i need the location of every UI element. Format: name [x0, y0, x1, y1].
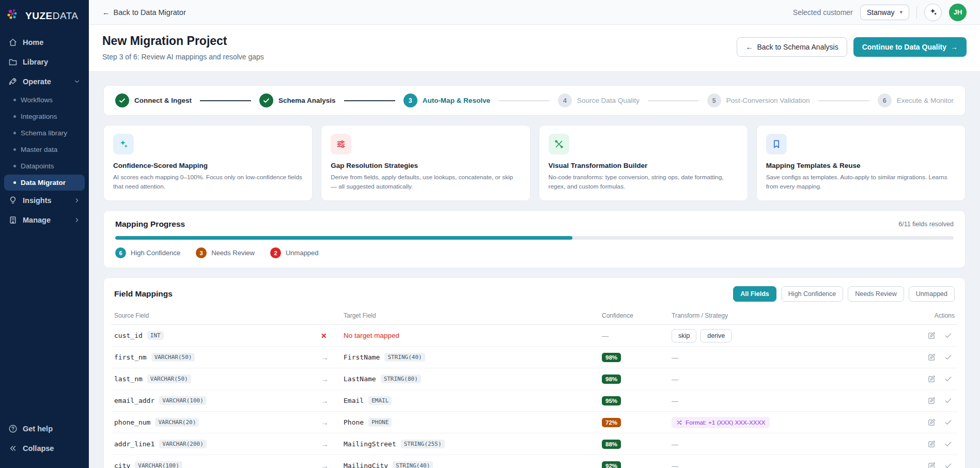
target-field-cell: MailingCitySTRING(40) [344, 461, 602, 468]
confidence-cell: 98% [602, 352, 672, 362]
sidebar-item-operate[interactable]: Operate [4, 72, 85, 91]
target-field-name: FirstName [344, 353, 380, 361]
sidebar-item-master-data[interactable]: Master data [4, 142, 85, 158]
collapse-icon [8, 444, 18, 453]
edit-icon[interactable] [927, 440, 936, 448]
step-connector [648, 100, 699, 101]
selected-customer-label: Selected customer [793, 8, 853, 17]
target-field-name: MailingStreet [344, 440, 396, 448]
check-icon[interactable] [944, 331, 953, 340]
no-target-mapped-text: No target mapped [344, 332, 399, 339]
sidebar-item-manage[interactable]: Manage [4, 211, 85, 229]
sidebar-item-label: Collapse [23, 444, 54, 453]
step-connector [344, 100, 395, 101]
edit-icon[interactable] [927, 353, 936, 362]
arrow-right-icon: → [321, 375, 329, 383]
table-row-phone-num: phone_numVARCHAR(20)→PhonePHONE72%Format… [111, 412, 958, 433]
edit-icon[interactable] [927, 396, 936, 405]
mapping-indicator-cell: → [321, 440, 344, 449]
sidebar-item-data-migrator[interactable]: Data Migrator [4, 175, 85, 191]
edit-icon[interactable] [927, 375, 936, 383]
transform-cell: — [672, 461, 917, 468]
check-icon[interactable] [944, 396, 953, 405]
step-label: Post-Conversion Validation [726, 97, 810, 104]
actions-cell [917, 418, 955, 427]
confidence-cell: 88% [602, 439, 672, 449]
edit-icon[interactable] [927, 331, 936, 340]
sidebar-item-label: Master data [21, 146, 57, 153]
target-field-cell: EmailEMAIL [344, 396, 602, 405]
step-execute-monitor[interactable]: 6Execute & Monitor [878, 93, 954, 107]
mapping-indicator-cell: → [321, 418, 344, 427]
step-auto-map-resolve[interactable]: 3Auto-Map & Resolve [403, 93, 490, 107]
confidence-badge: 92% [602, 461, 621, 468]
step-schema-analysis[interactable]: Schema Analysis [259, 93, 336, 107]
sidebar-item-datapoints[interactable]: Datapoints [4, 158, 85, 174]
step-connect-ingest[interactable]: Connect & Ingest [115, 93, 192, 107]
transform-icon [676, 419, 682, 426]
filter-unmapped[interactable]: Unmapped [909, 286, 955, 302]
filter-all-fields[interactable]: All Fields [733, 286, 776, 302]
edit-icon[interactable] [927, 461, 936, 468]
source-field-name: email_addr [114, 397, 154, 404]
sidebar-item-label: Get help [23, 425, 53, 433]
confidence-cell: 95% [602, 396, 672, 405]
sidebar-item-home[interactable]: Home [4, 33, 85, 52]
bullet-icon [13, 181, 16, 184]
check-icon[interactable] [944, 440, 953, 448]
topbar-divider [916, 6, 917, 19]
filter-high-confidence[interactable]: High Confidence [781, 286, 843, 302]
check-icon[interactable] [944, 461, 953, 468]
skip-strategy-button[interactable]: skip [672, 329, 696, 342]
user-avatar[interactable]: JH [949, 4, 967, 21]
yuzedata-logo-icon [6, 8, 22, 24]
continue-to-data-quality-button[interactable]: Continue to Data Quality → [853, 37, 967, 57]
sidebar-item-insights[interactable]: Insights [4, 191, 85, 210]
table-row-last-nm: last_nmVARCHAR(50)→LastNameSTRING(80)98%… [111, 368, 958, 390]
legend-count-badge: 3 [196, 247, 207, 258]
arrow-right-icon: → [321, 418, 329, 427]
sidebar-item-workflows[interactable]: Workflows [4, 92, 85, 108]
progress-bar-fill [115, 236, 572, 240]
legend-label: High Confidence [131, 249, 180, 257]
sidebar-item-integrations[interactable]: Integrations [4, 108, 85, 124]
feature-card-confidence-scored-mapping: Confidence-Scored MappingAI scores each … [103, 125, 313, 201]
step-source-data-quality[interactable]: 4Source Data Quality [558, 93, 640, 107]
step-indicator: 6 [878, 93, 892, 107]
legend-count-badge: 2 [270, 247, 281, 258]
feature-card-description: No-code transforms: type conversion, str… [549, 173, 738, 191]
legend-unmapped: 2Unmapped [270, 247, 319, 258]
source-field-name: city [114, 462, 130, 468]
check-icon[interactable] [944, 353, 953, 362]
customer-dropdown[interactable]: Stanway ▾ [860, 5, 909, 20]
target-type-badge: EMAIL [368, 396, 392, 405]
chevron-right-icon [73, 197, 81, 204]
page-header: New Migration Project Step 3 of 6: Revie… [89, 25, 980, 72]
filter-needs-review[interactable]: Needs Review [848, 286, 904, 302]
bullet-icon [13, 99, 16, 101]
source-field-name: addr_line1 [114, 440, 154, 448]
source-type-badge: VARCHAR(50) [151, 353, 195, 362]
sidebar-item-collapse[interactable]: Collapse [4, 439, 85, 458]
transform-cell: Format: +1 (XXX) XXX-XXXX [672, 417, 917, 428]
sidebar-footer: Get helpCollapse [0, 419, 89, 468]
check-icon[interactable] [944, 418, 953, 427]
ai-sparkles-button[interactable] [924, 4, 942, 21]
confidence-cell: — [602, 331, 672, 340]
sidebar-item-schema-library[interactable]: Schema library [4, 125, 85, 141]
back-to-data-migrator-link[interactable]: ← Back to Data Migrator [102, 8, 186, 17]
arrow-right-icon: → [321, 461, 329, 468]
arrow-left-icon: ← [745, 43, 753, 51]
edit-icon[interactable] [927, 418, 936, 427]
sidebar-item-library[interactable]: Library [4, 53, 85, 71]
confidence-badge: 72% [602, 418, 621, 427]
check-icon[interactable] [944, 375, 953, 383]
back-to-schema-analysis-button[interactable]: ← Back to Schema Analysis [737, 37, 847, 57]
sidebar-item-get-help[interactable]: Get help [4, 419, 85, 438]
tools-icon [549, 134, 569, 154]
sidebar-item-label: Data Migrator [21, 179, 66, 186]
transform-pill: Format: +1 (XXX) XXX-XXXX [672, 417, 770, 428]
target-field-cell: LastNameSTRING(80) [344, 375, 602, 383]
step-post-conversion-validation[interactable]: 5Post-Conversion Validation [707, 93, 810, 107]
derive-strategy-button[interactable]: derive [701, 329, 732, 342]
